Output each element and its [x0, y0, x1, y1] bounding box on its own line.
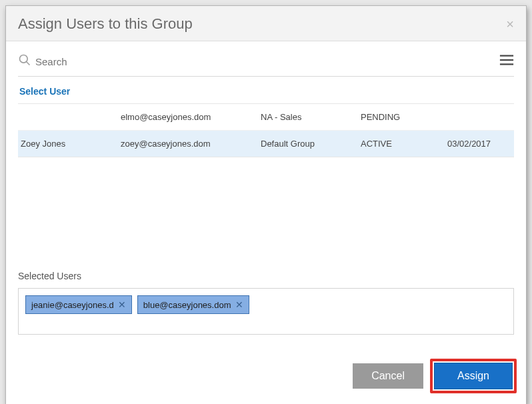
cell-email: elmo@caseyjones.dom: [121, 112, 261, 122]
hamburger-icon[interactable]: [499, 54, 514, 69]
search-row: [18, 53, 514, 69]
cell-name: [21, 112, 121, 122]
chip-label: jeanie@caseyjones.d: [31, 300, 114, 310]
dialog-title: Assign Users to this Group: [18, 15, 193, 33]
search-icon: [18, 53, 31, 69]
cell-name: Zoey Jones: [21, 139, 121, 149]
cell-status: PENDING: [361, 112, 447, 122]
table-row[interactable]: elmo@caseyjones.dom NA - Sales PENDING: [18, 104, 514, 131]
cell-group: NA - Sales: [261, 112, 361, 122]
select-user-header[interactable]: Select User: [18, 86, 514, 103]
cell-email: zoey@caseyjones.dom: [121, 139, 261, 149]
cell-date: 03/02/2017: [447, 139, 521, 149]
chip-label: blue@caseyjones.dom: [143, 300, 231, 310]
cancel-button[interactable]: Cancel: [353, 363, 423, 389]
search-wrap: [18, 53, 499, 69]
dialog-footer: Cancel Assign: [6, 349, 526, 404]
remove-chip-icon[interactable]: ✕: [235, 299, 243, 310]
user-chip: jeanie@caseyjones.d ✕: [25, 295, 132, 314]
selected-users-box[interactable]: jeanie@caseyjones.d ✕ blue@caseyjones.do…: [18, 288, 514, 335]
dialog-header: Assign Users to this Group ×: [6, 6, 526, 41]
remove-chip-icon[interactable]: ✕: [118, 299, 126, 310]
user-chip: blue@caseyjones.dom ✕: [137, 295, 249, 314]
dialog-content: Select User elmo@caseyjones.dom NA - Sal…: [6, 41, 526, 349]
assign-button-highlight: Assign: [430, 359, 517, 393]
close-icon[interactable]: ×: [506, 17, 514, 32]
cell-status: ACTIVE: [361, 139, 447, 149]
user-table: elmo@caseyjones.dom NA - Sales PENDING Z…: [18, 103, 514, 157]
svg-point-0: [20, 55, 28, 63]
cell-group: Default Group: [261, 139, 361, 149]
search-input[interactable]: [35, 56, 499, 67]
assign-button[interactable]: Assign: [434, 363, 513, 389]
assign-users-dialog: Assign Users to this Group × Select User…: [5, 5, 527, 404]
divider: [18, 76, 514, 77]
cell-date: [447, 112, 521, 122]
svg-line-1: [27, 62, 30, 65]
selected-users-block: Selected Users jeanie@caseyjones.d ✕ blu…: [18, 271, 514, 335]
table-row[interactable]: Zoey Jones zoey@caseyjones.dom Default G…: [18, 131, 514, 157]
selected-users-label: Selected Users: [18, 271, 514, 281]
